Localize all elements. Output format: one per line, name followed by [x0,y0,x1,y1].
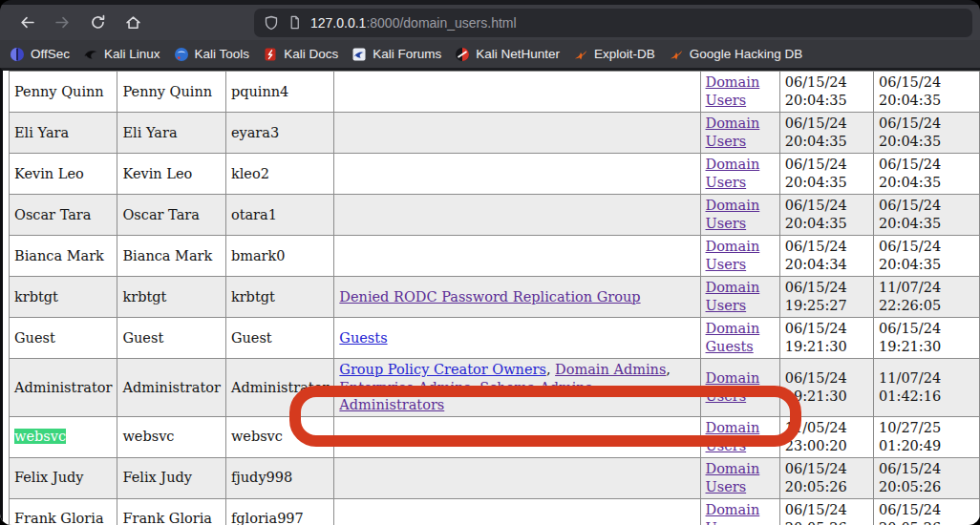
back-button[interactable] [13,10,40,36]
bookmark-label: OffSec [31,47,70,61]
cell-name: Bianca Mark [10,236,117,277]
group-link[interactable]: Administrators [339,397,444,412]
kali-linux-icon [83,47,98,62]
primary-group-link[interactable]: Domain Users [706,116,760,149]
bookmark-label: Kali Docs [284,47,338,61]
cell-primary-group: Domain Users [700,277,779,318]
forward-button[interactable] [49,10,75,36]
primary-group-link[interactable]: Domain Users [706,502,760,525]
group-link[interactable]: Domain Admins [555,362,666,377]
bookmark-kali-linux[interactable]: Kali Linux [83,47,160,62]
cell-primary-group: Domain Users [700,416,779,457]
kali-nethunter-icon [455,47,470,62]
cell-created: 06/15/24 20:05:26 [779,498,873,525]
cell-modified: 11/07/24 01:42:16 [874,359,980,417]
cell-created: 06/15/24 20:04:35 [779,154,873,195]
bookmark-kali-tools[interactable]: Kali Tools [174,47,250,62]
bookmark-kali-forums[interactable]: Kali Forums [352,47,441,62]
cell-created: 06/15/24 20:04:35 [779,195,873,236]
cell-created: 06/15/24 19:21:30 [779,359,873,417]
bookmark-label: Google Hacking DB [690,47,803,61]
page-info-icon[interactable] [288,15,302,30]
primary-group-link[interactable]: Domain Users [706,280,760,313]
primary-group-link[interactable]: Domain Users [706,74,760,108]
cell-full-name: Frank Gloria [117,498,225,525]
group-link[interactable]: Enterprise Admins [339,380,471,395]
cell-username: pquinn4 [225,72,333,113]
cell-created: 06/15/24 20:04:35 [779,113,873,154]
find-highlight-match: websvc [14,429,66,444]
bookmark-label: Kali Tools [195,47,250,61]
cell-groups: Group Policy Creator Owners, Domain Admi… [334,359,700,417]
primary-group-link[interactable]: Domain Users [706,370,760,404]
cell-name: Eli Yara [10,113,117,154]
cell-name: Penny Quinn [10,72,117,113]
bookmark-google-hacking-db[interactable]: Google Hacking DB [669,47,803,62]
cell-name: Felix Judy [10,457,117,498]
back-arrow-icon [19,14,35,31]
cell-created: 11/05/24 23:00:20 [779,416,873,457]
table-row: GuestGuestGuestGuestsDomain Guests06/15/… [10,318,980,359]
table-row: AdministratorAdministratorAdministratorG… [10,359,980,417]
table-row: krbtgtkrbtgtkrbtgtDenied RODC Password R… [10,277,980,318]
home-button[interactable] [119,10,146,36]
exploit-db-icon [669,47,684,62]
cell-created: 06/15/24 20:05:26 [779,457,873,498]
cell-groups [334,498,700,525]
table-row: Eli YaraEli Yaraeyara3Domain Users06/15/… [10,113,980,154]
cell-modified: 06/15/24 20:05:26 [874,498,980,525]
cell-name: websvc [10,416,117,457]
cell-primary-group: Domain Users [700,72,779,113]
url-path: :8000/domain_users.html [366,15,516,31]
bookmark-offsec[interactable]: OffSec [10,47,70,62]
cell-created: 06/15/24 20:04:34 [779,236,873,277]
cell-full-name: Administrator [117,359,225,417]
primary-group-link[interactable]: Domain Users [706,239,760,272]
users-table: Penny QuinnPenny Quinnpquinn4Domain User… [9,71,980,525]
cell-primary-group: Domain Users [700,113,779,154]
group-link[interactable]: Group Policy Creator Owners [339,362,546,377]
cell-modified: 06/15/24 20:04:35 [874,236,980,277]
primary-group-link[interactable]: Domain Guests [706,321,760,354]
cell-modified: 06/15/24 20:04:35 [874,72,980,113]
shield-icon[interactable] [264,15,279,31]
primary-group-link[interactable]: Domain Users [706,420,760,453]
group-link[interactable]: Denied RODC Password Replication Group [339,289,640,304]
bookmark-label: Kali NetHunter [476,47,560,61]
bookmark-kali-nethunter[interactable]: Kali NetHunter [455,47,560,62]
cell-created: 06/15/24 19:25:27 [779,277,873,318]
cell-modified: 06/15/24 20:04:35 [874,154,980,195]
cell-groups [334,236,700,277]
cell-full-name: Eli Yara [117,113,225,154]
cell-name: Administrator [10,359,117,417]
group-link[interactable]: Schema Admins [479,380,592,395]
bookmark-label: Kali Linux [104,47,160,61]
cell-groups [334,154,700,195]
cell-primary-group: Domain Guests [700,318,779,359]
reload-button[interactable] [84,10,111,36]
cell-primary-group: Domain Users [700,154,779,195]
cell-name: Guest [10,318,117,359]
cell-created: 06/15/24 20:04:35 [779,72,873,113]
bookmark-exploit-db[interactable]: Exploit-DB [573,47,655,62]
cell-primary-group: Domain Users [700,457,779,498]
cell-full-name: websvc [117,416,225,457]
table-row: Felix JudyFelix Judyfjudy998Domain Users… [10,457,980,498]
cell-username: bmark0 [225,236,333,277]
cell-full-name: Bianca Mark [117,236,225,277]
group-link[interactable]: Guests [339,330,387,346]
cell-name: Frank Gloria [10,498,117,525]
cell-modified: 06/15/24 19:21:30 [874,318,980,359]
cell-primary-group: Domain Users [700,359,779,417]
forward-arrow-icon [54,14,71,31]
primary-group-link[interactable]: Domain Users [706,157,760,190]
bookmark-kali-docs[interactable]: Kali Docs [263,47,338,62]
navigation-toolbar: 127.0.0.1:8000/domain_users.html [0,5,980,40]
url-bar[interactable]: 127.0.0.1:8000/domain_users.html [254,9,972,37]
exploit-db-icon [573,47,588,62]
kali-docs-icon [263,47,278,62]
cell-full-name: krbtgt [117,277,225,318]
primary-group-link[interactable]: Domain Users [706,461,760,494]
cell-groups [334,457,700,498]
primary-group-link[interactable]: Domain Users [706,198,760,231]
